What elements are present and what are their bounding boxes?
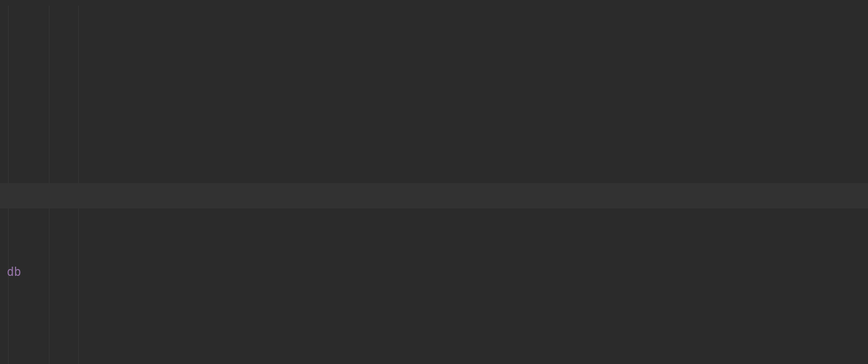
code-line[interactable]: db [7,259,868,285]
token-field: db [7,265,21,279]
code-editor[interactable]: db .collection( collectionPath: "Users")… [0,0,868,364]
current-line-highlight [0,183,868,208]
